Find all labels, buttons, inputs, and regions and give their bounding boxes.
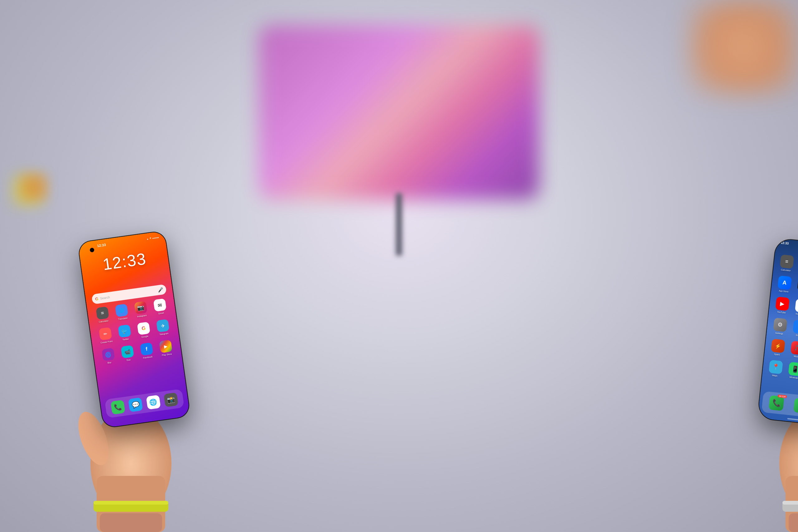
ios-whatsapp-icon: 📱: [788, 362, 798, 376]
ios-calculator-icon: =: [780, 254, 794, 269]
google-g-logo: G: [95, 297, 98, 301]
android-dock-chrome[interactable]: 🌐: [146, 395, 160, 410]
ios-spark-icon: ⚡: [771, 339, 785, 353]
main-scene: 12:33 ▲✈●●●●● 12:33 G Search 🎤: [0, 0, 798, 532]
app-label: Instagram: [137, 314, 147, 318]
ios-list-item[interactable]: 🕐 Clock: [795, 278, 798, 295]
app-label: Play Store: [162, 353, 172, 356]
phone-call-icon: 📞: [110, 400, 125, 415]
ios-app-label: Music: [794, 355, 798, 358]
ios-social-icon: f 85: [792, 320, 798, 334]
list-item[interactable]: 🌐 Translator: [114, 304, 130, 321]
list-item[interactable]: 🐦 Twitter: [117, 324, 132, 341]
ios-list-item[interactable]: ⚙ Settings: [771, 318, 788, 335]
play-store-icon: ▶: [159, 340, 172, 353]
ios-list-item[interactable]: 📍 Maps: [767, 360, 784, 377]
app-label: Gmail: [158, 312, 164, 315]
list-item[interactable]: f Facebook: [139, 342, 155, 359]
create-point-icon: ✏: [99, 327, 112, 340]
app-label: Calculator: [98, 320, 109, 323]
ios-app-label: App Store: [779, 289, 788, 293]
list-item[interactable]: 📹 Duo: [120, 345, 135, 362]
ios-app-label: Calculator: [781, 269, 791, 272]
ios-youtube-icon: ▶: [775, 297, 790, 311]
sms-icon: 💬: [128, 397, 143, 412]
search-text: Search: [100, 295, 110, 300]
calculator-icon: =: [96, 306, 109, 320]
ios-maps2-icon: 📍: [768, 360, 783, 374]
app-label: Translator: [118, 317, 128, 320]
app-label: Duo: [127, 359, 131, 362]
ios-list-item[interactable]: ▶ YouTube: [773, 297, 791, 314]
ios-list-item[interactable]: ⚡ Spark: [769, 339, 786, 356]
list-item[interactable]: 📷 Instagram: [133, 301, 149, 318]
camera-android-icon: 📸: [164, 392, 178, 407]
instagram-icon: 📷: [134, 301, 148, 315]
svg-rect-18: [782, 501, 798, 505]
list-item[interactable]: G Google: [136, 322, 152, 339]
ios-dock-facetime[interactable]: 📱: [793, 398, 798, 414]
ios-list-item[interactable]: f 85 Social: [791, 320, 798, 337]
blur-icon: 🌀: [102, 348, 115, 361]
twitter-icon: 🐦: [118, 324, 131, 338]
ios-app-label: Reminders: [796, 312, 798, 316]
svg-rect-8: [94, 501, 168, 505]
iphone-time-display: 12:33: [781, 241, 789, 245]
android-dock-messages[interactable]: 💬: [128, 397, 143, 412]
android-dock-phone[interactable]: 📞: [110, 400, 125, 415]
app-label: Twitter: [122, 338, 129, 341]
list-item[interactable]: ✏ Create Point: [98, 327, 113, 344]
ios-dock: 📞 14 114 📱 📸: [761, 391, 798, 420]
list-item[interactable]: = Calculator: [95, 306, 110, 323]
facebook-android-icon: f: [140, 343, 153, 356]
app-label: Telegram: [159, 332, 168, 336]
ios-list-item[interactable]: = Calculator: [778, 254, 795, 272]
app-label: Facebook: [143, 356, 152, 359]
list-item[interactable]: 🌀 Blur: [101, 347, 116, 365]
app-label: Blur: [107, 361, 111, 364]
chrome-icon: 🌐: [146, 395, 160, 410]
telegram-android-icon: ✈: [156, 319, 170, 332]
app-label: Create Point: [100, 340, 113, 344]
gmail-icon: ✉: [153, 298, 167, 312]
android-time-display: 12:33: [97, 243, 106, 248]
ios-list-item[interactable]: A App Store: [776, 275, 793, 293]
svg-rect-9: [100, 513, 162, 532]
iphone-statusbar: 12:33 ▲WiFi■: [781, 241, 798, 252]
mic-icon: 🎤: [157, 287, 163, 293]
ios-app-label: Social: [796, 334, 798, 337]
ios-list-item[interactable]: ☑ Reminders: [793, 299, 798, 316]
android-clock-widget: 12:33: [89, 247, 159, 276]
svg-rect-19: [788, 513, 798, 532]
ios-settings-icon: ⚙: [773, 318, 787, 332]
android-status-icons: ▲✈●●●●●: [146, 236, 159, 240]
android-punch-hole: [90, 247, 94, 252]
ios-appstore-icon: A: [777, 276, 792, 290]
ios-app-label: Maps: [772, 374, 778, 377]
list-item[interactable]: ✉ Gmail: [152, 298, 168, 316]
ios-reminders-icon: ☑: [795, 299, 798, 313]
ios-clock-icon: 🕐: [797, 278, 798, 292]
ios-music-icon: 🎵: [790, 341, 798, 355]
android-app-grid: = Calculator 🌐 Translator 📷: [93, 298, 175, 365]
list-item[interactable]: ▶ Play Store: [158, 340, 174, 357]
google-app-icon: G: [137, 322, 150, 335]
ios-list-item[interactable]: 🎵 Music: [788, 341, 798, 358]
android-dock: 📞 💬 🌐 📸: [104, 389, 184, 418]
android-dock-camera[interactable]: 📸: [164, 392, 178, 407]
android-clock-big: 12:33: [89, 247, 159, 276]
ios-facetime-icon: 📱: [793, 398, 798, 414]
list-item[interactable]: ✈ Telegram: [155, 319, 171, 336]
android-statusbar: 12:33 ▲✈●●●●●: [97, 235, 159, 248]
ios-app-label: Spark: [774, 353, 780, 356]
ios-app-label: YouTube: [777, 311, 786, 314]
ios-app-label: Whatsapp: [789, 376, 798, 379]
duo-icon: 📹: [121, 345, 134, 358]
ios-dock-phone[interactable]: 📞 14 114: [768, 395, 784, 411]
app-label: Google: [141, 335, 148, 338]
ios-app-label: Settings: [775, 332, 783, 335]
translator-icon: 🌐: [115, 304, 129, 317]
ios-home-indicator: [787, 418, 798, 422]
ios-list-item[interactable]: 📱 Whatsapp: [786, 362, 798, 379]
